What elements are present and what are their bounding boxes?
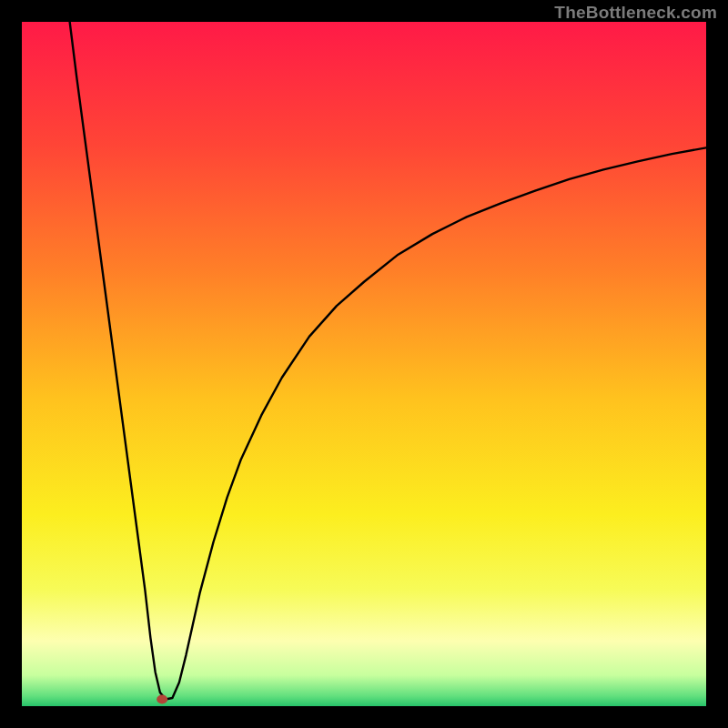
operating-point-marker — [157, 694, 167, 703]
chart-container: TheBottleneck.com — [0, 0, 728, 728]
bottleneck-chart — [22, 22, 706, 706]
watermark-text: TheBottleneck.com — [554, 3, 717, 23]
gradient-background — [22, 22, 706, 706]
